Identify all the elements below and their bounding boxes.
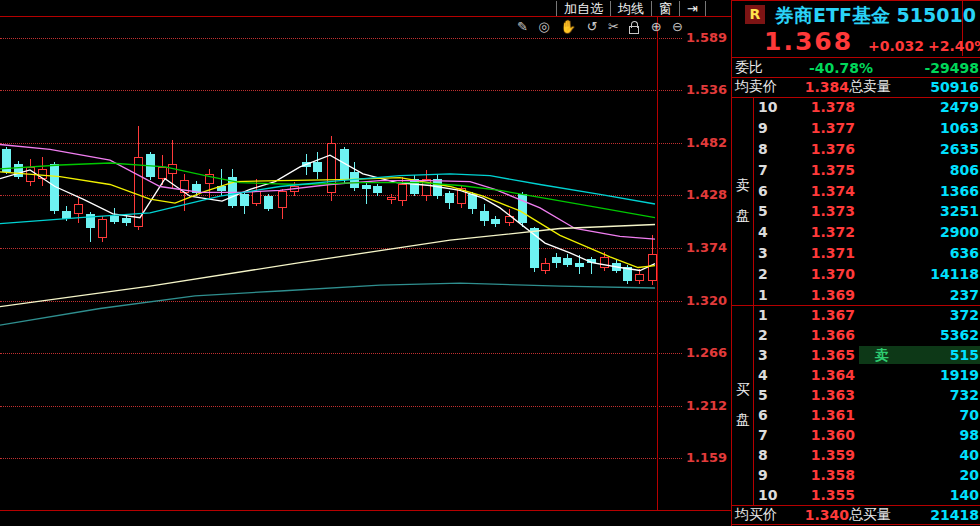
price-change-percent: +2.40% bbox=[928, 38, 980, 54]
level-volume: 2900 bbox=[855, 224, 980, 240]
sell-level-row[interactable]: 51.3733251 bbox=[753, 201, 980, 222]
level-volume: 1919 bbox=[855, 367, 980, 383]
buy-level-row[interactable]: 11.367372 bbox=[753, 305, 980, 325]
ma-settings-button[interactable]: 均线 bbox=[610, 1, 651, 16]
price-change: +0.032 bbox=[868, 38, 924, 54]
sell-level-row[interactable]: 31.371636 bbox=[753, 243, 980, 264]
sell-level-row[interactable]: 41.3722900 bbox=[753, 222, 980, 243]
avg-sell-label: 均卖价 bbox=[731, 78, 777, 96]
eye-icon[interactable]: ◎ bbox=[538, 20, 549, 34]
margin-flag-badge: R bbox=[745, 5, 765, 24]
level-number: 1 bbox=[753, 307, 784, 323]
buy-levels-list: 11.36737221.3665362卖31.36551541.36419195… bbox=[753, 305, 980, 505]
total-buy-volume: 21418 bbox=[891, 507, 980, 523]
level-number: 8 bbox=[753, 447, 784, 463]
level-price: 1.372 bbox=[784, 224, 855, 240]
pen-icon[interactable]: ✎ bbox=[517, 20, 528, 34]
hand-icon[interactable]: ✋ bbox=[560, 20, 576, 34]
level-number: 8 bbox=[753, 141, 784, 157]
chart-toolbar: 加自选 均线 窗 ⇥ bbox=[556, 0, 706, 16]
stock-title[interactable]: 券商ETF基金 515010 bbox=[775, 3, 976, 29]
sell-levels-list: 101.378247991.377106381.376263571.375806… bbox=[753, 97, 980, 305]
level-price: 1.363 bbox=[784, 387, 855, 403]
level-price: 1.366 bbox=[784, 327, 855, 343]
scissors-icon[interactable]: ✂ bbox=[608, 20, 619, 34]
avg-buy-price: 1.340 bbox=[777, 507, 849, 523]
zoom-in-icon[interactable]: ⊕ bbox=[651, 20, 662, 34]
ma-line-ma5 bbox=[0, 155, 655, 270]
collapse-right-icon[interactable]: ⇥ bbox=[679, 1, 706, 16]
sell-level-row[interactable]: 81.3762635 bbox=[753, 139, 980, 160]
level-number: 6 bbox=[753, 407, 784, 423]
buy-level-row[interactable]: 41.3641919 bbox=[753, 365, 980, 385]
level-number: 1 bbox=[753, 287, 784, 303]
moving-average-lines bbox=[0, 0, 731, 526]
weibi-label: 委比 bbox=[731, 59, 791, 77]
level-price: 1.359 bbox=[784, 447, 855, 463]
level-price: 1.374 bbox=[784, 183, 855, 199]
avg-buy-label: 均买价 bbox=[731, 506, 777, 524]
last-price: 1.368 bbox=[764, 27, 853, 56]
level-volume: 3251 bbox=[855, 203, 980, 219]
level-volume: 732 bbox=[855, 387, 980, 403]
buy-level-row[interactable]: 61.36170 bbox=[753, 405, 980, 425]
buy-level-row[interactable]: 51.363732 bbox=[753, 385, 980, 405]
level-volume: 40 bbox=[855, 447, 980, 463]
sell-level-row[interactable]: 21.37014118 bbox=[753, 263, 980, 284]
level-price: 1.364 bbox=[784, 367, 855, 383]
add-watchlist-button[interactable]: 加自选 bbox=[556, 1, 610, 16]
level-volume: 2635 bbox=[855, 141, 980, 157]
level-volume: 140 bbox=[855, 487, 980, 503]
level-volume: 20 bbox=[855, 467, 980, 483]
level-number: 4 bbox=[753, 367, 784, 383]
level-number: 10 bbox=[753, 99, 784, 115]
level-number: 7 bbox=[753, 427, 784, 443]
undo-icon[interactable]: ↺ bbox=[587, 20, 598, 34]
sell-level-row[interactable]: 101.3782479 bbox=[753, 97, 980, 118]
ma-line-ma250 bbox=[0, 283, 655, 325]
level-price: 1.361 bbox=[784, 407, 855, 423]
avg-buy-row: 均买价 1.340 总买量 21418 bbox=[731, 506, 980, 524]
level-number: 2 bbox=[753, 327, 784, 343]
buy-level-row[interactable]: 21.3665362 bbox=[753, 325, 980, 345]
buy-level-row[interactable]: 91.35820 bbox=[753, 465, 980, 485]
buy-level-row[interactable]: 卖31.365515 bbox=[753, 345, 980, 365]
level-price: 1.365 bbox=[784, 347, 855, 363]
level-price: 1.358 bbox=[784, 467, 855, 483]
total-sell-volume: 50916 bbox=[891, 79, 980, 95]
panel-top-border bbox=[731, 0, 980, 1]
ma-line-ma10 bbox=[0, 172, 655, 268]
level-number: 10 bbox=[753, 487, 784, 503]
level-price: 1.373 bbox=[784, 203, 855, 219]
avg-sell-row: 均卖价 1.384 总卖量 50916 bbox=[731, 78, 980, 96]
level-number: 7 bbox=[753, 162, 784, 178]
total-buy-label: 总买量 bbox=[849, 506, 891, 524]
level-volume: 98 bbox=[855, 427, 980, 443]
level-price: 1.371 bbox=[784, 245, 855, 261]
level-number: 2 bbox=[753, 266, 784, 282]
sell-level-row[interactable]: 71.375806 bbox=[753, 159, 980, 180]
weicha-value: -29498 bbox=[873, 60, 980, 76]
window-button[interactable]: 窗 bbox=[651, 1, 679, 16]
level-price: 1.377 bbox=[784, 120, 855, 136]
level-volume: 1063 bbox=[855, 120, 980, 136]
level-number: 9 bbox=[753, 467, 784, 483]
level-price: 1.355 bbox=[784, 487, 855, 503]
level-number: 3 bbox=[753, 245, 784, 261]
sell-level-row[interactable]: 91.3771063 bbox=[753, 118, 980, 139]
level-volume: 515 bbox=[855, 347, 980, 363]
level-volume: 636 bbox=[855, 245, 980, 261]
level-price: 1.369 bbox=[784, 287, 855, 303]
buy-level-row[interactable]: 71.36098 bbox=[753, 425, 980, 445]
sell-level-row[interactable]: 11.369237 bbox=[753, 284, 980, 305]
stock-code: 515010 bbox=[897, 4, 976, 26]
sell-level-row[interactable]: 61.3741366 bbox=[753, 180, 980, 201]
level-number: 9 bbox=[753, 120, 784, 136]
zoom-out-icon[interactable]: ⊖ bbox=[672, 20, 683, 34]
level-volume: 5362 bbox=[855, 327, 980, 343]
buy-level-row[interactable]: 101.355140 bbox=[753, 485, 980, 505]
buy-level-row[interactable]: 81.35940 bbox=[753, 445, 980, 465]
level-volume: 14118 bbox=[855, 266, 980, 282]
drawing-toolbar: ✎◎✋↺✂⊕⊖ bbox=[517, 19, 683, 35]
lock-icon[interactable] bbox=[629, 21, 640, 34]
